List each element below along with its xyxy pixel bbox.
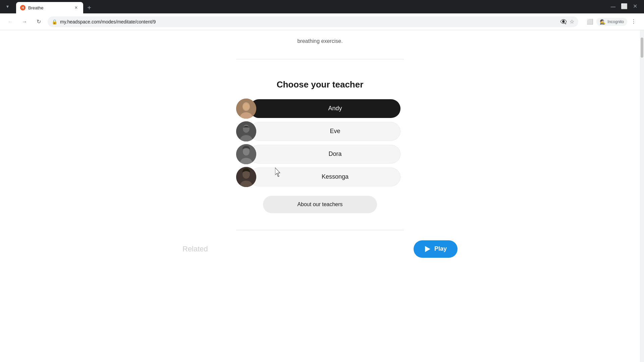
avatar-eve-image <box>236 121 256 141</box>
toolbar-icons: ⬜ 🕵 Incognito ⋮ <box>585 17 639 27</box>
incognito-badge: 🕵 Incognito <box>596 18 627 26</box>
teacher-row-eve: Eve <box>239 122 400 141</box>
teacher-button-andy[interactable]: Andy <box>250 99 400 118</box>
tab-close-button[interactable]: ✕ <box>73 5 79 11</box>
extensions-button[interactable]: ⬜ <box>585 17 595 27</box>
avatar-kessonga <box>236 167 256 187</box>
bookmark-icon[interactable]: ☆ <box>570 18 574 25</box>
teacher-row-andy: Andy <box>239 99 400 118</box>
maximize-button[interactable]: ⬜ <box>621 3 628 11</box>
close-button[interactable]: ✕ <box>633 3 637 11</box>
teacher-row-kessonga: Kessonga <box>239 168 400 186</box>
choose-teacher-section: Choose your teacher <box>169 79 471 213</box>
tab-title: Breathe <box>28 5 70 10</box>
tab-list-dropdown[interactable]: ▾ <box>3 2 12 11</box>
page-content: breathing exercise. Choose your teacher <box>0 30 644 362</box>
lock-icon: 🔒 <box>52 19 57 24</box>
tab-bar: H Breathe ✕ + <box>16 0 608 13</box>
svg-point-5 <box>243 125 250 133</box>
related-label: Related <box>182 245 208 253</box>
teacher-button-kessonga[interactable]: Kessonga <box>250 168 400 186</box>
play-bar: Related Play <box>169 230 471 258</box>
teacher-list: Andy <box>239 99 400 186</box>
scrollbar[interactable] <box>640 30 644 362</box>
avatar-kessonga-image <box>236 167 256 187</box>
avatar-dora-image <box>236 144 256 164</box>
top-divider <box>236 59 404 59</box>
avatar-dora <box>236 144 256 164</box>
new-tab-button[interactable]: + <box>85 3 94 12</box>
teacher-button-eve[interactable]: Eve <box>250 122 400 141</box>
url-text: my.headspace.com/modes/meditate/content/… <box>60 19 156 24</box>
reload-button[interactable]: ↻ <box>34 17 44 27</box>
eyeoff-icon: 👁‍🗨 <box>560 18 567 25</box>
minimize-button[interactable]: ─ <box>611 3 615 11</box>
url-bar[interactable]: 🔒 my.headspace.com/modes/meditate/conten… <box>48 16 578 27</box>
menu-button[interactable]: ⋮ <box>629 17 639 27</box>
address-bar: ← → ↻ 🔒 my.headspace.com/modes/meditate/… <box>0 13 644 30</box>
tab-favicon: H <box>20 5 25 10</box>
play-button[interactable]: Play <box>414 240 458 258</box>
about-btn-wrap: About our teachers <box>239 196 400 213</box>
avatar-andy-image <box>236 99 256 119</box>
avatar-andy <box>236 99 256 119</box>
play-icon <box>424 246 431 252</box>
main-wrapper: breathing exercise. Choose your teacher <box>0 30 640 332</box>
title-bar: ▾ H Breathe ✕ + ─ ⬜ ✕ <box>0 0 644 13</box>
forward-button[interactable]: → <box>19 17 30 27</box>
choose-teacher-title: Choose your teacher <box>277 79 364 90</box>
svg-marker-13 <box>425 246 430 252</box>
svg-point-8 <box>243 147 250 156</box>
avatar-eve <box>236 121 256 141</box>
top-text-partial: breathing exercise. <box>284 30 356 59</box>
svg-point-3 <box>243 103 250 110</box>
teacher-button-dora[interactable]: Dora <box>250 145 400 164</box>
browser-window: ▾ H Breathe ✕ + ─ ⬜ ✕ ← → ↻ � <box>0 0 644 362</box>
teacher-row-dora: Dora <box>239 145 400 164</box>
back-button[interactable]: ← <box>5 17 15 27</box>
about-teachers-button[interactable]: About our teachers <box>263 196 377 213</box>
active-tab[interactable]: H Breathe ✕ <box>16 2 83 13</box>
scroll-area[interactable]: breathing exercise. Choose your teacher <box>0 30 640 362</box>
scrollbar-thumb[interactable] <box>641 38 643 58</box>
